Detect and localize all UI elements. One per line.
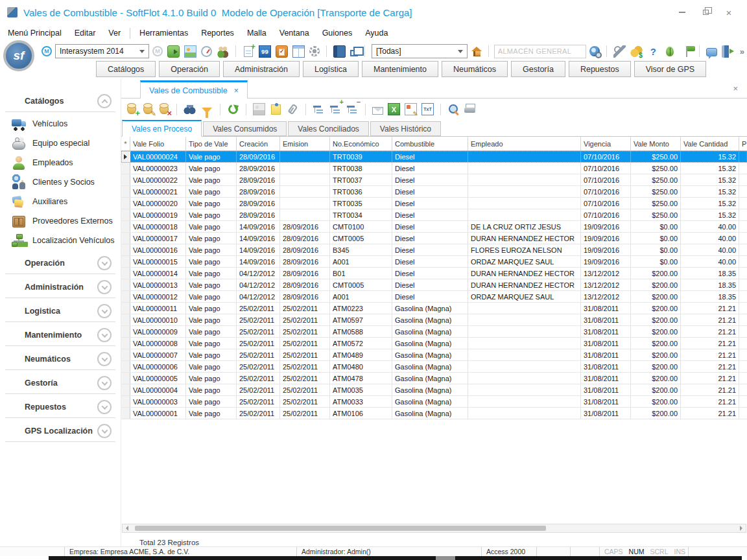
refresh-icon[interactable] [227, 103, 240, 116]
sidebar-item-localizacion-vehiculos[interactable]: Localización Vehículos [0, 231, 121, 250]
row-selector-cell[interactable] [121, 186, 130, 197]
close-button[interactable]: × [717, 3, 741, 21]
sidebar-item-auxiliares[interactable]: Auxiliares [0, 192, 121, 211]
grid-row-VAL00000004[interactable]: VAL00000004Vale pago25/02/201125/02/2011… [121, 384, 747, 396]
toolbar-overflow-icon[interactable]: » [737, 47, 747, 56]
gauge-icon[interactable] [201, 46, 212, 57]
row-selector-cell[interactable] [121, 163, 130, 174]
menu-ayuda[interactable]: Ayuda [359, 26, 394, 40]
row-selector-cell[interactable] [121, 314, 130, 325]
grid-row-VAL00000012[interactable]: VAL00000012Vale pago04/12/201228/09/2016… [121, 291, 747, 303]
row-selector-cell[interactable] [121, 408, 130, 419]
tree-icon[interactable] [313, 103, 325, 115]
menu-ventana[interactable]: Ventana [273, 26, 316, 40]
grid-row-VAL00000018[interactable]: VAL00000018Vale pago14/09/201628/09/2016… [121, 221, 747, 233]
find-icon[interactable] [184, 103, 196, 115]
grid-row-VAL00000010[interactable]: VAL00000010Vale pago25/02/201125/02/2011… [121, 314, 747, 326]
grid-row-VAL00000019[interactable]: VAL00000019Vale pago28/09/2016TRT0034Die… [121, 209, 747, 221]
expand-down-icon[interactable] [97, 352, 112, 366]
grid-row-VAL00000001[interactable]: VAL00000001Vale pago25/02/201125/02/2011… [121, 408, 747, 419]
people-group-icon[interactable] [217, 45, 229, 58]
doc-export-icon[interactable] [405, 103, 417, 115]
sidebar-section-neumaticos[interactable]: Neumáticos [0, 351, 121, 368]
row-selector-cell[interactable] [121, 279, 130, 290]
expand-down-icon[interactable] [97, 328, 112, 342]
module-tab-visor-de-gps[interactable]: Visor de GPS [634, 61, 707, 77]
m-disabled-icon[interactable] [152, 46, 163, 56]
menu-ver[interactable]: Ver [102, 26, 127, 40]
chat-icon[interactable] [706, 48, 717, 56]
warehouse-input[interactable] [494, 45, 586, 58]
clipboard-icon[interactable] [276, 45, 288, 58]
panel-close-icon[interactable]: × [733, 84, 738, 93]
sidebar-section-catalogos[interactable]: Catálogos [0, 93, 121, 110]
menu-herramientas[interactable]: Herramientas [133, 26, 195, 40]
note-icon[interactable] [271, 104, 281, 115]
subtab-vales-conciliados[interactable]: Vales Conciliados [288, 121, 369, 136]
row-selector-cell[interactable] [121, 256, 130, 267]
row-selector-cell[interactable] [121, 384, 130, 395]
expand-down-icon[interactable] [97, 304, 112, 318]
gear-icon[interactable] [309, 46, 320, 56]
cascade-windows-icon[interactable] [350, 50, 358, 56]
m-badge-icon[interactable] [42, 46, 52, 56]
module-tab-mantenimiento[interactable]: Mantenimiento [362, 61, 438, 77]
sidebar-section-repuestos[interactable]: Repuestos [0, 399, 121, 415]
grid-row-VAL00000015[interactable]: VAL00000015Vale pago14/09/201628/09/2016… [121, 256, 747, 268]
module-tab-logistica[interactable]: Logística [303, 61, 359, 77]
sidebar-section-mantenimiento[interactable]: Mantenimiento [0, 327, 121, 344]
row-selector-cell[interactable] [121, 373, 130, 384]
add-record-icon[interactable] [127, 104, 136, 114]
grid-row-VAL00000024[interactable]: VAL00000024Vale pago28/09/2016TRT0039Die… [121, 151, 747, 163]
row-selector-cell[interactable] [121, 349, 130, 360]
minimize-button[interactable] [670, 3, 694, 21]
restore-button[interactable] [694, 3, 717, 21]
help-icon[interactable] [647, 45, 659, 58]
scroll-right-icon[interactable] [737, 524, 746, 532]
print-preview-icon[interactable] [447, 103, 460, 115]
sidebar-section-administracion[interactable]: Administración [0, 279, 121, 296]
attachment-icon[interactable] [288, 104, 298, 115]
subtab-vales-en-proceso[interactable]: Vales en Proceso [122, 120, 202, 137]
badge-99-icon[interactable] [259, 45, 271, 58]
grid-row-VAL00000022[interactable]: VAL00000022Vale pago28/09/2016TRT0037Die… [121, 174, 747, 186]
grid-row-VAL00000003[interactable]: VAL00000003Vale pago25/02/201125/02/2011… [121, 396, 747, 408]
module-tab-administracion[interactable]: Administración [223, 61, 300, 77]
row-selector-cell[interactable] [121, 244, 130, 255]
collapse-up-icon[interactable] [97, 94, 112, 108]
expand-down-icon[interactable] [97, 424, 112, 438]
expand-down-icon[interactable] [97, 376, 112, 390]
company-combo[interactable]: Interasystem 2014 [55, 44, 149, 58]
expand-down-icon[interactable] [97, 280, 112, 294]
globe-search-icon[interactable] [589, 46, 600, 56]
grid-row-VAL00000009[interactable]: VAL00000009Vale pago25/02/201125/02/2011… [121, 326, 747, 338]
grid-row-VAL00000008[interactable]: VAL00000008Vale pago25/02/201125/02/2011… [121, 338, 747, 349]
sidebar-section-logistica[interactable]: Logistica [0, 303, 121, 320]
grid-row-VAL00000014[interactable]: VAL00000014Vale pago04/12/201228/09/2016… [121, 268, 747, 279]
filter-icon[interactable] [202, 108, 212, 113]
scrollbar-track[interactable] [132, 524, 737, 532]
row-selector-cell[interactable] [121, 151, 130, 162]
horizontal-scrollbar[interactable] [122, 524, 746, 533]
home-icon[interactable] [471, 45, 483, 58]
new-document-icon[interactable] [244, 46, 253, 57]
photo-icon[interactable] [184, 45, 196, 58]
scrollbar-thumb[interactable] [135, 526, 546, 531]
sidebar-section-gps-localizacion[interactable]: GPS Localización [0, 423, 121, 439]
excel-export-icon[interactable] [388, 103, 400, 115]
txt-export-icon[interactable] [421, 103, 434, 115]
expand-tree-icon[interactable] [329, 103, 342, 115]
column-header-vale-folio[interactable]: Vale Folio [130, 137, 186, 150]
row-selector-cell[interactable] [121, 221, 130, 232]
sidebar-item-equipo-especial[interactable]: Equipo especial [0, 134, 121, 153]
print-icon[interactable] [464, 103, 477, 115]
column-header-emision[interactable]: Emision [280, 137, 330, 150]
scroll-left-icon[interactable] [123, 524, 132, 532]
row-selector-cell[interactable] [121, 174, 130, 185]
column-header-no-economico[interactable]: No.Económico [330, 137, 392, 150]
flag-icon[interactable] [686, 46, 687, 57]
delete-record-icon[interactable] [160, 104, 169, 114]
menu-menu-principal[interactable]: Menú Principal [1, 26, 68, 40]
grid-row-VAL00000021[interactable]: VAL00000021Vale pago28/09/2016TRT0036Die… [121, 186, 747, 198]
sidebar-section-gestoria[interactable]: Gestoría [0, 375, 121, 391]
